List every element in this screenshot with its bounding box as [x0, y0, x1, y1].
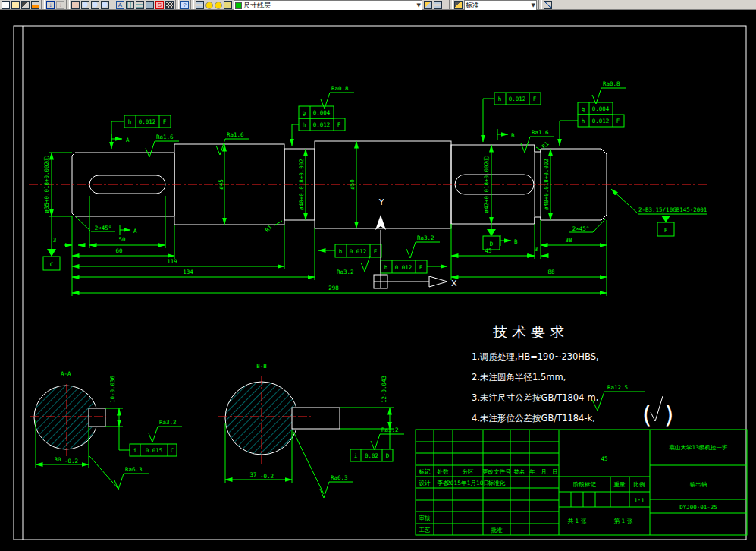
svg-text:F: F	[163, 118, 167, 125]
ucs-y-label: Y	[378, 197, 384, 207]
icon-undo[interactable]: ↓	[46, 1, 55, 9]
icon-text-style[interactable]: A	[116, 1, 124, 9]
datum-f: F	[664, 227, 668, 234]
ra16-1: Ra1.6	[156, 134, 174, 140]
icon-layer-properties[interactable]	[196, 1, 204, 9]
rest-symbol-close: )	[664, 400, 673, 429]
tb-scale-label: 比例	[634, 481, 645, 488]
icon-pan-hand[interactable]	[71, 1, 80, 9]
section-a-keyway	[89, 408, 105, 427]
ucs-x-arrow	[429, 276, 447, 287]
icon-layer-previous[interactable]	[434, 1, 442, 9]
icon-pencil-edit[interactable]	[21, 1, 30, 9]
cad-canvas[interactable]: 3 50 60 119 134 298 45 3 38 88 ø35+0.018…	[0, 10, 756, 551]
icon-layer-on-bulb[interactable]	[205, 2, 213, 9]
dim-134: 134	[183, 269, 193, 276]
toolbar-separator	[41, 0, 45, 9]
icon-redo[interactable]: ↓	[56, 1, 64, 9]
rest-check-icon	[651, 396, 663, 421]
icon-table-style[interactable]	[136, 1, 144, 9]
fillet-r1-left: R1	[264, 224, 274, 234]
tb-header-sign: 签名	[514, 468, 525, 475]
toolbar-separator	[190, 0, 194, 9]
tb-process-label: 工艺	[419, 527, 431, 534]
svg-text:0.012: 0.012	[592, 118, 610, 124]
dia-seg3: ø40+0.018+0.002	[298, 159, 305, 210]
icon-layer-lock[interactable]	[224, 1, 232, 9]
icon-fill-color[interactable]	[31, 1, 39, 9]
tb-check-label: 审核	[419, 515, 431, 521]
tech-req-item-1: 1.调质处理,HB=190~230HBS,	[472, 351, 599, 362]
center-hole-note: 2-B3.15/10GB145-2001	[611, 189, 707, 214]
icon-zoom-window[interactable]	[91, 1, 99, 9]
icon-layer-freeze-bulb[interactable]	[215, 2, 222, 9]
dim-60: 60	[115, 247, 123, 254]
svg-text:g: g	[303, 109, 306, 116]
tech-req-item-3: 3.未注尺寸公差按GB/T1804-m,	[472, 392, 598, 403]
icon-dim-style[interactable]	[544, 1, 552, 9]
svg-text:0.012: 0.012	[350, 248, 367, 255]
icon-sheet-set[interactable]: S	[155, 1, 164, 9]
gdt-frame-2: g 0.004 h 0.012 F	[292, 106, 345, 146]
section-b-ra32: Ra3.2	[381, 427, 399, 433]
icon-zoom-previous[interactable]	[101, 1, 109, 9]
icon-dim-grid[interactable]	[126, 1, 134, 9]
svg-text:0.015: 0.015	[146, 447, 163, 454]
svg-text:0.012: 0.012	[509, 96, 526, 102]
tech-req-item-2: 2.未注圆角半径1.5mm,	[472, 372, 566, 383]
icon-properties-painter[interactable]	[454, 1, 463, 9]
section-a-keyway-dim: 10-0.036	[109, 375, 116, 403]
svg-text:h: h	[384, 264, 388, 271]
tb-header-count: 处数	[437, 468, 450, 475]
svg-text:F: F	[374, 248, 378, 255]
svg-text:F: F	[337, 121, 341, 128]
icon-render[interactable]	[146, 1, 154, 9]
icon-open-file[interactable]	[11, 1, 20, 9]
svg-text:0.012: 0.012	[395, 264, 413, 271]
svg-text:D: D	[386, 452, 390, 459]
dia-seg4: ø50	[349, 179, 356, 190]
tb-weight-label: 重量	[614, 481, 626, 488]
svg-text:0.012: 0.012	[139, 118, 156, 125]
icon-new-file[interactable]	[2, 1, 10, 9]
chevron-down-icon: ▼	[417, 2, 421, 8]
svg-text:0.02: 0.02	[365, 452, 378, 459]
toolbar: ↓ ↓ A S ? 尺寸线层 ▼ 标准 ▼	[0, 0, 756, 10]
svg-text:0.004: 0.004	[592, 105, 610, 112]
toolbar-separator	[111, 0, 114, 9]
toolbar-separator	[538, 0, 542, 9]
icon-hatch-grid[interactable]	[165, 1, 174, 9]
dim-3-left: 3	[53, 237, 57, 244]
cut-a-top: A	[126, 137, 130, 143]
section-b-keyway-dim: 12-0.043	[381, 376, 387, 403]
tb-date: 2015年1月10日	[447, 480, 489, 486]
icon-make-object-layer-current[interactable]	[424, 1, 432, 9]
chamfer-left-label: 2×45°	[95, 225, 112, 231]
dim-88: 88	[547, 269, 555, 276]
section-a-ra63: Ra6.3	[125, 466, 143, 473]
dim-298: 298	[328, 285, 339, 291]
gdt-frame-b1: h 0.012 F	[318, 244, 381, 257]
section-b-title: B-B	[256, 363, 267, 370]
svg-text:i: i	[354, 452, 358, 459]
surface-finish-marks: Ra1.6 Ra1.6 Ra1.6 Ra0.8 Ra0.8 Ra3.2 Ra3.…	[146, 80, 626, 276]
title-block: 标记 处数 分区 更改文件号 签名 年、月、日 设计 李者 2015年1月10日…	[416, 430, 747, 535]
style-dropdown[interactable]: 标准 ▼	[464, 0, 537, 11]
icon-help[interactable]: ?	[180, 1, 189, 9]
toolbar-separator	[66, 0, 70, 9]
chevron-down-icon: ▼	[532, 2, 535, 8]
layer-dropdown[interactable]: 尺寸线层 ▼	[234, 0, 422, 11]
tb-sheet-no: 第 1 张	[614, 518, 633, 524]
svg-text:2-B3.15/10GB145-2001: 2-B3.15/10GB145-2001	[638, 206, 707, 213]
cut-b-bottom: B	[514, 238, 518, 245]
section-b-ra63: Ra6.3	[331, 474, 348, 481]
cut-b-top: B	[511, 132, 515, 139]
svg-text:h: h	[303, 121, 306, 128]
dia-seg6: ø40+0.018+0.002	[543, 159, 550, 210]
svg-text:F: F	[616, 118, 620, 124]
icon-zoom-realtime[interactable]	[81, 1, 89, 9]
dim-38: 38	[565, 237, 572, 244]
svg-text:0.012: 0.012	[313, 121, 331, 128]
layer-dropdown-value: 尺寸线层	[243, 1, 271, 11]
ucs-x-label: X	[451, 279, 457, 288]
